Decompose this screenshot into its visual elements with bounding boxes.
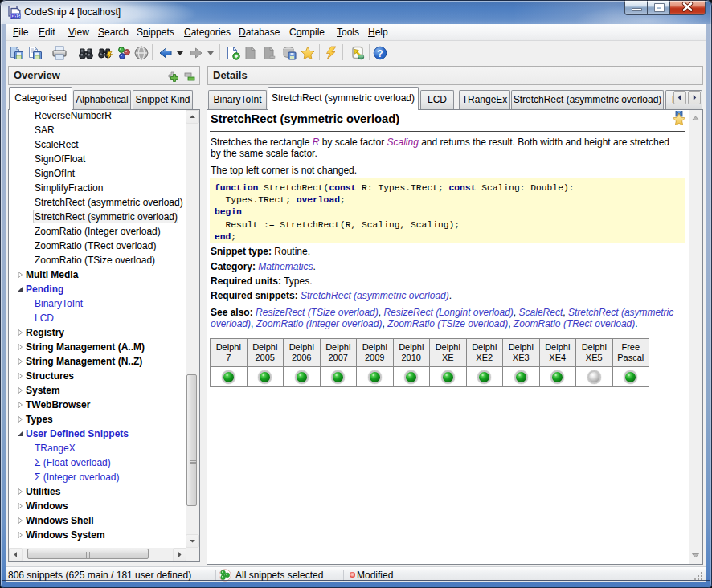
svg-text:pas: pas xyxy=(10,13,20,19)
svg-text:?: ? xyxy=(377,48,383,59)
